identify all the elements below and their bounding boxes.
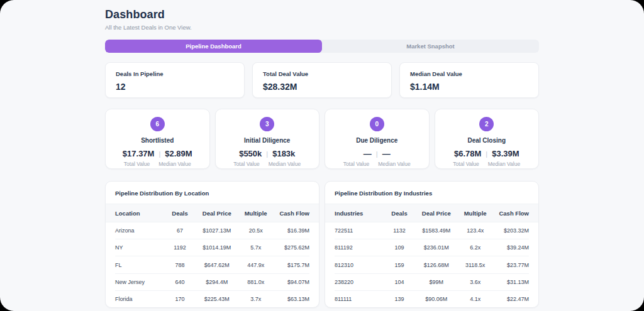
stage-card-due-diligence: 0 Due Diligence — | — Total Value Median… bbox=[325, 109, 430, 169]
stage-median-value: $3.39M bbox=[492, 149, 519, 158]
stage-values: — | — bbox=[364, 149, 391, 158]
cell-location: FL bbox=[115, 262, 165, 268]
table-row: NY 1192 $1014.19M 5.7x $275.62M bbox=[115, 239, 309, 256]
column-header-location: Location bbox=[115, 210, 165, 217]
cell-multiple: 4.1x bbox=[458, 296, 492, 302]
stage-count-badge: 0 bbox=[370, 117, 384, 131]
cell-deals: 109 bbox=[384, 244, 414, 251]
summary-label: Median Deal Value bbox=[410, 70, 528, 77]
cell-deal-price: $99M bbox=[414, 279, 459, 285]
cell-location: NY bbox=[115, 244, 165, 251]
column-header-multiple: Multiple bbox=[458, 210, 492, 217]
stage-value-labels: Total Value Median Value bbox=[233, 161, 301, 167]
cell-deals: 104 bbox=[384, 279, 414, 285]
stage-count-badge: 6 bbox=[150, 117, 165, 131]
value-separator: | bbox=[486, 150, 487, 158]
cell-multiple: 3.6x bbox=[458, 279, 492, 285]
table-body: Arizona 67 $1027.13M 20.5x $16.39M NY 11… bbox=[106, 222, 319, 307]
cell-cash-flow: $63.13M bbox=[272, 296, 309, 302]
table-row: 812310 159 $126.68M 3118.5x $23.77M bbox=[335, 256, 529, 273]
value-separator: | bbox=[266, 150, 268, 158]
table-pipeline-by-location: Pipeline Distribution By Location Locati… bbox=[105, 181, 319, 308]
tab-pipeline-dashboard[interactable]: Pipeline Dashboard bbox=[105, 40, 322, 53]
stage-name: Shortlisted bbox=[141, 137, 174, 144]
table-row: 722511 1132 $1583.49M 123.4x $203.32M bbox=[335, 222, 529, 239]
stage-cards-row: 6 Shortlisted $17.37M | $2.89M Total Val… bbox=[105, 109, 539, 169]
stage-name: Deal Closing bbox=[467, 137, 506, 144]
cell-deal-price: $225.43M bbox=[195, 296, 240, 302]
cell-deals: 67 bbox=[165, 227, 194, 234]
stage-count-badge: 3 bbox=[260, 117, 274, 131]
table-body: 722511 1132 $1583.49M 123.4x $203.32M 81… bbox=[325, 222, 538, 307]
stage-count-badge: 2 bbox=[479, 117, 494, 131]
cell-location: Arizona bbox=[115, 227, 165, 234]
column-header-cash-flow: Cash Flow bbox=[272, 210, 309, 217]
summary-card-deals-in-pipeline: Deals In Pipeline 12 bbox=[105, 62, 245, 98]
stage-total-value: $17.37M bbox=[123, 149, 155, 158]
stage-median-value: — bbox=[382, 149, 391, 158]
dashboard-window: Dashboard All the Latest Deals in One Vi… bbox=[0, 0, 644, 311]
stage-card-deal-closing: 2 Deal Closing $6.78M | $3.39M Total Val… bbox=[435, 109, 540, 169]
cell-multiple: 123.4x bbox=[458, 227, 492, 234]
value-separator: | bbox=[158, 150, 160, 158]
stage-name: Initial Diligence bbox=[244, 137, 290, 144]
summary-card-median-deal-value: Median Deal Value $1.14M bbox=[399, 62, 539, 98]
value-separator: | bbox=[376, 150, 378, 158]
stage-value-labels: Total Value Median Value bbox=[124, 161, 191, 167]
column-header-multiple: Multiple bbox=[239, 210, 272, 217]
cell-deals: 159 bbox=[384, 262, 414, 268]
cell-multiple: 6.2x bbox=[458, 244, 492, 251]
cell-multiple: 447.9x bbox=[239, 262, 272, 268]
stage-card-initial-diligence: 3 Initial Diligence $550k | $183k Total … bbox=[215, 109, 320, 169]
cell-deal-price: $647.62M bbox=[195, 262, 240, 268]
column-header-cash-flow: Cash Flow bbox=[492, 210, 529, 217]
table-header-row: Industries Deals Deal Price Multiple Cas… bbox=[325, 204, 538, 222]
median-value-label: Median Value bbox=[378, 161, 410, 167]
cell-cash-flow: $31.13M bbox=[492, 279, 529, 285]
cell-deal-price: $294.4M bbox=[195, 279, 240, 285]
table-row: New Jersey 640 $294.4M 881.0x $94.07M bbox=[115, 274, 309, 291]
cell-deals: 640 bbox=[165, 279, 194, 285]
column-header-deal-price: Deal Price bbox=[195, 210, 240, 217]
total-value-label: Total Value bbox=[124, 161, 150, 167]
cell-deals: 139 bbox=[384, 296, 414, 302]
cell-deals: 170 bbox=[165, 296, 194, 302]
cell-industry: 811192 bbox=[335, 244, 384, 251]
table-title: Pipeline Distribution By Industries bbox=[325, 182, 538, 204]
stage-total-value: — bbox=[364, 149, 372, 158]
cell-cash-flow: $16.39M bbox=[272, 227, 309, 234]
cell-deals: 1132 bbox=[384, 227, 414, 234]
stage-total-value: $550k bbox=[239, 149, 262, 158]
cell-industry: 811111 bbox=[335, 296, 384, 302]
stage-values: $17.37M | $2.89M bbox=[123, 149, 192, 158]
page-title: Dashboard bbox=[105, 8, 539, 21]
summary-value: $28.32M bbox=[263, 82, 381, 92]
cell-deal-price: $1027.13M bbox=[195, 227, 240, 234]
median-value-label: Median Value bbox=[158, 161, 191, 167]
page-subtitle: All the Latest Deals in One View. bbox=[105, 24, 539, 31]
cell-location: New Jersey bbox=[115, 279, 165, 285]
table-row: 811192 109 $236.01M 6.2x $39.24M bbox=[335, 239, 529, 256]
stage-median-value: $183k bbox=[272, 149, 295, 158]
column-header-industries: Industries bbox=[335, 210, 384, 217]
cell-location: Florida bbox=[115, 296, 165, 302]
tab-market-snapshot[interactable]: Market Snapshot bbox=[322, 40, 539, 53]
table-row: Florida 170 $225.43M 3.7x $63.13M bbox=[115, 291, 309, 307]
summary-label: Deals In Pipeline bbox=[116, 70, 234, 77]
stage-values: $6.78M | $3.39M bbox=[454, 149, 519, 158]
cell-deal-price: $1014.19M bbox=[195, 244, 240, 251]
cell-deals: 1192 bbox=[165, 244, 194, 251]
cell-multiple: 3118.5x bbox=[458, 262, 492, 268]
stage-total-value: $6.78M bbox=[454, 149, 481, 158]
table-row: FL 788 $647.62M 447.9x $175.7M bbox=[115, 256, 309, 273]
table-row: 811111 139 $90.06M 4.1x $22.47M bbox=[335, 291, 529, 307]
median-value-label: Median Value bbox=[269, 161, 301, 167]
stage-value-labels: Total Value Median Value bbox=[453, 161, 520, 167]
summary-card-total-deal-value: Total Deal Value $28.32M bbox=[252, 62, 392, 98]
cell-industry: 238220 bbox=[335, 279, 384, 285]
table-header-row: Location Deals Deal Price Multiple Cash … bbox=[106, 204, 319, 222]
stage-median-value: $2.89M bbox=[165, 149, 192, 158]
cell-cash-flow: $23.77M bbox=[492, 262, 529, 268]
median-value-label: Median Value bbox=[488, 161, 520, 167]
cell-deal-price: $90.06M bbox=[414, 296, 459, 302]
